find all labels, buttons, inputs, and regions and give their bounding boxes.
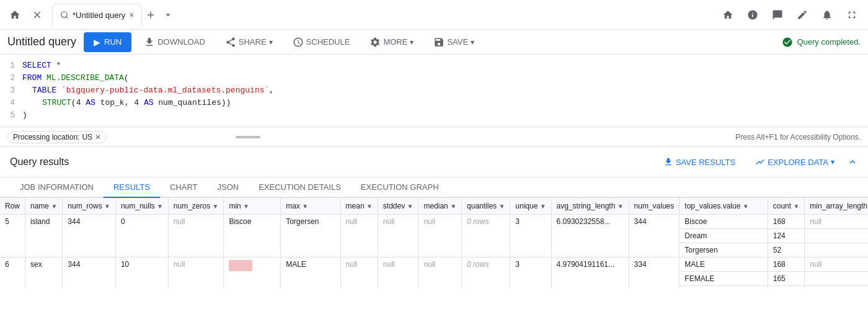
col-num-zeros[interactable]: num_zeros ▼ (168, 198, 224, 215)
home-icon[interactable] (717, 4, 739, 26)
nav-icons (5, 5, 47, 25)
schedule-label: SCHEDULE (306, 37, 350, 47)
editor-line-4: 4 STRUCT(4 AS top_k, 4 AS num_quantiles)… (0, 97, 868, 109)
add-tab-button[interactable] (142, 6, 159, 24)
col-stddev[interactable]: stddev ▼ (378, 198, 418, 215)
cell-row-5: 5 (0, 215, 25, 258)
table-row: 5 island 344 0 null Biscoe Torgersen nul… (0, 215, 868, 229)
tab-job-info-label: JOB INFORMATION (20, 182, 94, 192)
info-icon[interactable] (742, 4, 764, 26)
results-table: Row name ▼ num_rows ▼ num_nulls ▼ num_ze… (0, 198, 868, 289)
col-num-values: num_values (629, 198, 680, 215)
explore-data-button[interactable]: EXPLORE DATA ▾ (748, 152, 842, 172)
tab-json-label: JSON (217, 182, 239, 192)
accessibility-hint: Press Alt+F1 for Accessibility Options. (735, 133, 861, 141)
download-label: DOWNLOAD (157, 37, 205, 47)
line-num-3: 3 (0, 84, 22, 97)
col-num-nulls[interactable]: num_nulls ▼ (115, 198, 168, 215)
cell-mean-6: null (340, 258, 378, 289)
col-avg-string-length[interactable]: avg_string_length ▼ (551, 198, 629, 215)
notification-icon[interactable] (816, 4, 838, 26)
save-results-button[interactable]: SAVE RESULTS (656, 152, 743, 172)
resize-handle (236, 136, 260, 138)
editor-line-5: 5 ) (0, 109, 868, 122)
download-button[interactable]: DOWNLOAD (136, 32, 213, 52)
col-median[interactable]: median ▼ (418, 198, 462, 215)
results-title: Query results (10, 156, 69, 168)
fullscreen-icon[interactable] (841, 4, 863, 26)
editor-area[interactable]: 1 SELECT * 2 FROM ML.DESCRIBE_DATA( 3 TA… (0, 55, 868, 127)
tab-execution-details[interactable]: EXECUTION DETAILS (249, 177, 351, 198)
save-button[interactable]: SAVE ▾ (426, 32, 482, 52)
explore-data-chevron-icon: ▾ (831, 158, 835, 166)
cell-top-val-5-1: Biscoe (680, 215, 768, 229)
close-nav-icon[interactable] (27, 5, 47, 25)
chip-close-icon[interactable]: ✕ (95, 133, 101, 141)
tab-results[interactable]: RESULTS (104, 177, 160, 198)
cell-count-5-3: 52 (768, 243, 805, 258)
col-min[interactable]: min ▼ (224, 198, 281, 215)
processing-bar: Processing location: US ✕ Press Alt+F1 f… (0, 127, 868, 147)
line-content-1: SELECT * (22, 60, 61, 72)
cell-max-6: MALE (281, 258, 340, 289)
cell-count-6-1: 168 (768, 258, 805, 272)
cell-min-arr-6: null (805, 258, 868, 272)
col-top-values[interactable]: top_values.value ▼ (680, 198, 768, 215)
cell-max-5: Torgersen (281, 215, 340, 258)
line-content-3: TABLE `bigquery-public-data.ml_datasets.… (22, 84, 274, 97)
cell-num-values-6: 334 (629, 258, 680, 289)
cell-num-nulls-5: 0 (115, 215, 168, 258)
tab-job-information[interactable]: JOB INFORMATION (10, 177, 104, 198)
col-unique[interactable]: unique ▼ (510, 198, 551, 215)
col-quantiles[interactable]: quantiles ▼ (462, 198, 510, 215)
tab-results-label: RESULTS (113, 182, 150, 192)
col-num-rows[interactable]: num_rows ▼ (63, 198, 116, 215)
editor-line-1: 1 SELECT * (0, 60, 868, 72)
share-button[interactable]: SHARE ▾ (218, 32, 280, 52)
line-content-4: STRUCT(4 AS top_k, 4 AS num_quantiles)) (22, 97, 231, 109)
active-tab[interactable]: *Untitled query × (52, 4, 142, 26)
col-mean[interactable]: mean ▼ (340, 198, 378, 215)
run-button[interactable]: ▶ RUN (84, 32, 131, 52)
save-results-label: SAVE RESULTS (676, 158, 735, 167)
tab-execution-graph-label: EXECUTION GRAPH (361, 182, 439, 192)
line-content-2: FROM ML.DESCRIBE_DATA( (22, 72, 129, 84)
chat-icon[interactable] (766, 4, 789, 26)
cell-min-arr-6-2 (805, 272, 868, 286)
svg-line-1 (66, 17, 68, 19)
play-icon: ▶ (94, 37, 100, 47)
col-row: Row (0, 198, 25, 215)
col-max[interactable]: max ▼ (281, 198, 340, 215)
mini-chart-icon (229, 260, 252, 271)
edit-pen-icon[interactable] (791, 4, 813, 26)
col-count[interactable]: count ▼ (768, 198, 805, 215)
tab-execution-graph[interactable]: EXECUTION GRAPH (351, 177, 449, 198)
results-header: Query results SAVE RESULTS EXPLORE DATA … (0, 147, 868, 177)
cell-num-zeros-6: null (168, 258, 224, 289)
cell-num-rows-5: 344 (63, 215, 116, 258)
tab-more-button[interactable] (159, 6, 177, 24)
save-chevron-icon: ▾ (471, 38, 474, 47)
cell-median-5: null (418, 215, 462, 258)
tab-close-icon[interactable]: × (129, 10, 134, 20)
schedule-button[interactable]: SCHEDULE (285, 32, 358, 52)
col-name[interactable]: name ▼ (25, 198, 63, 215)
query-completed: Query completed. (782, 37, 861, 48)
table-container[interactable]: Row name ▼ num_rows ▼ num_nulls ▼ num_ze… (0, 198, 868, 289)
expand-collapse-button[interactable] (847, 156, 858, 168)
cell-unique-5: 3 (510, 215, 551, 258)
line-num-4: 4 (0, 97, 22, 109)
cell-min-5: Biscoe (224, 215, 281, 258)
cell-avg-string-5: 6.0930232558... (551, 215, 629, 258)
cell-min-arr-5: null (805, 215, 868, 229)
run-label: RUN (104, 37, 122, 47)
more-chevron-icon: ▾ (410, 38, 414, 47)
cell-count-5-1: 168 (768, 215, 805, 229)
cell-count-5-2: 124 (768, 229, 805, 243)
tab-chart[interactable]: CHART (160, 177, 208, 198)
tab-json[interactable]: JSON (207, 177, 249, 198)
home-nav-icon[interactable] (5, 5, 25, 25)
cell-top-val-6-3: null (680, 286, 768, 289)
line-content-5: ) (22, 109, 27, 122)
more-button[interactable]: MORE ▾ (362, 32, 421, 52)
